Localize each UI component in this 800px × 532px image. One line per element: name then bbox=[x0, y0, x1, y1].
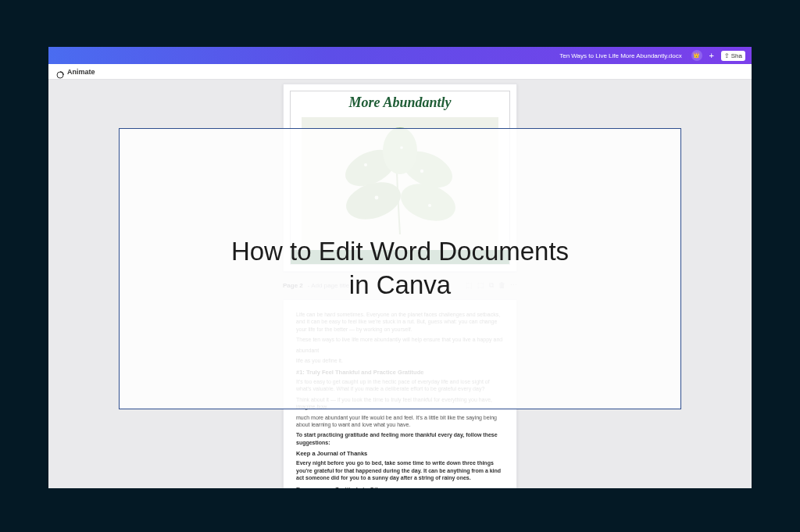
title-line-2: in Canva bbox=[349, 270, 451, 299]
page1-title[interactable]: More Abundantly bbox=[349, 95, 452, 111]
heading-2[interactable]: Keep a Journal of Thanks bbox=[296, 450, 504, 458]
add-button[interactable]: + bbox=[707, 51, 716, 60]
animate-icon[interactable] bbox=[56, 68, 64, 76]
document-title: Ten Ways to Live Life More Abundantly.do… bbox=[559, 52, 682, 59]
tutorial-title-overlay: How to Edit Word Documents in Canva bbox=[119, 128, 681, 409]
top-bar: Ten Ways to Live Life More Abundantly.do… bbox=[48, 47, 752, 64]
animate-button[interactable]: Animate bbox=[67, 68, 95, 76]
p3[interactable]: Every night before you go to bed, take s… bbox=[296, 459, 504, 481]
share-button[interactable]: ⇪ Sha bbox=[721, 51, 745, 61]
tutorial-title: How to Edit Word Documents in Canva bbox=[231, 235, 569, 302]
title-line-1: How to Edit Word Documents bbox=[231, 237, 569, 266]
share-label: Sha bbox=[731, 52, 742, 59]
p2[interactable]: To start practicing gratitude and feelin… bbox=[296, 431, 504, 446]
p1c[interactable]: much more abundant your life would be an… bbox=[296, 414, 504, 429]
crown-glyph: 👑 bbox=[693, 52, 700, 59]
upload-icon: ⇪ bbox=[724, 52, 730, 59]
toolbar: Animate bbox=[48, 64, 752, 80]
heading-3[interactable]: Express your Gratitude to Others bbox=[296, 486, 504, 488]
crown-pro-icon[interactable]: 👑 bbox=[691, 50, 702, 61]
